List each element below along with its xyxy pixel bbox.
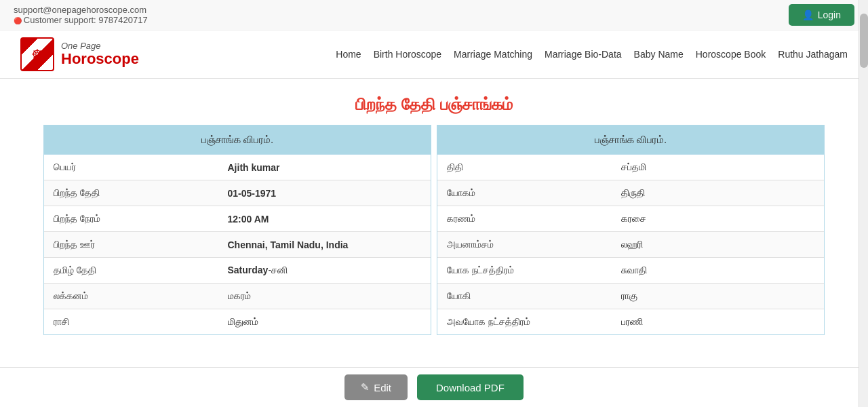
logo-symbol: ☸ [31,46,43,62]
page-title: பிறந்த தேதி பஞ்சாங்கம் [0,79,868,125]
logo-horoscope: Horoscope [61,51,139,67]
left-table: பெயர்Ajith kumarபிறந்த தேதி01-05-1971பிற… [44,155,431,334]
top-bar: support@onepagehoroscope.com Customer su… [0,0,868,31]
right-table-row: யோக நட்சத்திரம்சுவாதி [437,258,824,284]
logo-text: One Page Horoscope [61,41,139,67]
left-row-value: 12:00 AM [218,206,431,232]
left-row-value: மிதுனம் [218,309,431,335]
right-row-label: யோக நட்சத்திரம் [437,258,612,284]
left-table-row: பிறந்த நேரம்12:00 AM [44,206,431,232]
left-table-row: பிறந்த ஊர்Chennai, Tamil Nadu, India [44,232,431,258]
right-table-row: அவயோக நட்சத்திரம்பரணி [437,309,824,335]
right-table-row: யோகம்திருதி [437,180,824,206]
nav-marriage-bio-data[interactable]: Marriage Bio-Data [545,49,622,60]
right-row-value: கரசை [612,206,825,232]
nav-birth-horoscope[interactable]: Birth Horoscope [374,49,441,60]
email-text: support@onepagehoroscope.com [14,5,148,15]
nav-home[interactable]: Home [336,49,361,60]
left-row-value: 01-05-1971 [218,180,431,206]
left-table-wrapper: பஞ்சாங்க விபரம். பெயர்Ajith kumarபிறந்த … [43,125,431,335]
right-row-label: யோகி [437,284,612,309]
right-table-row: திதிசப்தமி [437,155,824,180]
scrollbar-thumb[interactable] [860,14,868,68]
nav-ruthu-jathagam[interactable]: Ruthu Jathagam [778,49,848,60]
right-row-value: சப்தமி [612,155,825,180]
right-row-value: திருதி [612,180,825,206]
phone-text: Customer support: 9787420717 [14,15,148,25]
right-row-label: திதி [437,155,612,180]
right-row-label: அவயோக நட்சத்திரம் [437,309,612,335]
contact-info: support@onepagehoroscope.com Customer su… [14,5,148,25]
right-table-row: கரணம்கரசை [437,206,824,232]
left-row-label: லக்கனம் [44,284,218,309]
left-table-row: ராசிமிதுனம் [44,309,431,335]
left-row-value: மகரம் [218,284,431,309]
login-button[interactable]: 👤 Login [789,4,854,26]
right-table-row: அயனாம்சம்லஹரி [437,232,824,258]
left-row-value: Saturday-சனி [218,258,431,284]
right-table-wrapper: பஞ்சாங்க விபரம். திதிசப்தமியோகம்திருதிகர… [437,125,825,335]
right-row-label: யோகம் [437,180,612,206]
nav-marriage-matching[interactable]: Marriage Matching [454,49,532,60]
right-row-value: ராகு [612,284,825,309]
right-row-label: கரணம் [437,206,612,232]
left-row-value: Ajith kumar [218,155,431,180]
logo-icon: ☸ [20,37,54,71]
left-table-row: பெயர்Ajith kumar [44,155,431,180]
right-row-label: அயனாம்சம் [437,232,612,258]
right-table: திதிசப்தமியோகம்திருதிகரணம்கரசைஅயனாம்சம்ல… [437,155,824,334]
nav-baby-name[interactable]: Baby Name [634,49,684,60]
right-row-value: சுவாதி [612,258,825,284]
left-row-value: Chennai, Tamil Nadu, India [218,232,431,258]
header: ☸ One Page Horoscope Home Birth Horoscop… [0,31,868,79]
logo-area: ☸ One Page Horoscope [20,37,139,71]
left-table-row: லக்கனம்மகரம் [44,284,431,309]
logo-one-page: One Page [61,41,139,51]
left-row-label: ராசி [44,309,218,335]
left-row-label: பிறந்த நேரம் [44,206,218,232]
left-row-label: தமிழ் தேதி [44,258,218,284]
main-nav: Home Birth Horoscope Marriage Matching M… [336,49,848,60]
right-row-value: லஹரி [612,232,825,258]
tables-section: பஞ்சாங்க விபரம். பெயர்Ajith kumarபிறந்த … [0,125,868,349]
left-table-row: பிறந்த தேதி01-05-1971 [44,180,431,206]
left-row-label: பெயர் [44,155,218,180]
left-row-label: பிறந்த ஊர் [44,232,218,258]
scrollbar[interactable] [859,0,868,349]
left-table-header: பஞ்சாங்க விபரம். [44,125,431,155]
login-label: Login [818,9,841,20]
left-row-label: பிறந்த தேதி [44,180,218,206]
right-table-row: யோகிராகு [437,284,824,309]
right-table-header: பஞ்சாங்க விபரம். [437,125,824,155]
right-row-value: பரணி [612,309,825,335]
left-table-row: தமிழ் தேதிSaturday-சனி [44,258,431,284]
user-icon: 👤 [802,9,814,20]
nav-horoscope-book[interactable]: Horoscope Book [696,49,766,60]
